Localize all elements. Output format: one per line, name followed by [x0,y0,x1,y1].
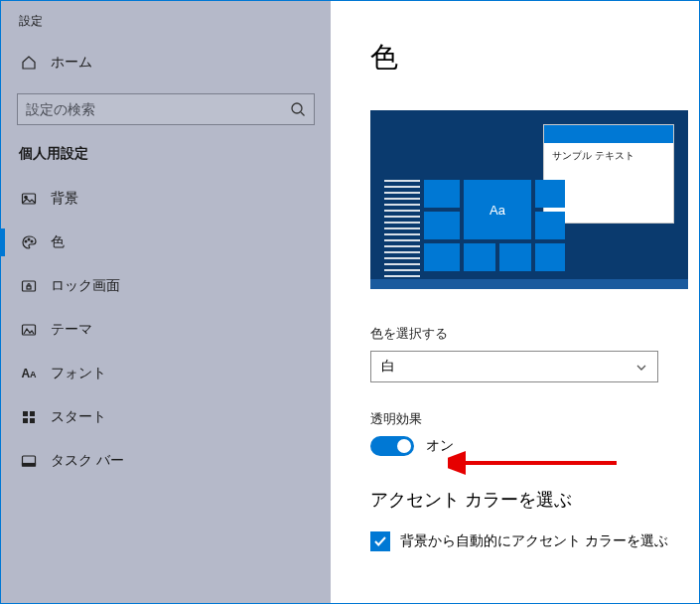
sidebar-item-2[interactable]: ロック画面 [1,264,331,308]
sidebar-item-label: 背景 [51,190,78,208]
preview-start-panel: Aa [384,180,563,289]
sidebar-item-label: スタート [51,408,106,426]
auto-accent-checkbox[interactable] [370,531,390,551]
theme-icon [21,322,37,338]
sidebar-item-1[interactable]: 色 [1,221,331,264]
color-mode-label: 色を選択する [370,325,671,343]
preview-sample-text: サンプル テキスト [544,143,673,169]
sidebar-item-4[interactable]: AAフォント [1,352,331,395]
search-box[interactable] [17,93,315,125]
svg-point-4 [28,238,30,240]
page-title: 色 [370,39,671,76]
lockscreen-icon [21,278,37,294]
search-icon [290,101,306,117]
font-icon: AA [21,366,37,381]
transparency-value: オン [426,437,454,455]
nav-list: 背景色ロック画面テーマAAフォントスタートタスク バー [1,177,331,483]
svg-rect-9 [23,411,28,416]
home-nav[interactable]: ホーム [1,42,331,83]
image-icon [21,191,37,207]
home-icon [21,55,37,71]
auto-accent-label: 背景から自動的にアクセント カラーを選ぶ [400,532,668,550]
sidebar-item-label: 色 [51,233,65,251]
sidebar-item-0[interactable]: 背景 [1,177,331,221]
svg-rect-14 [23,464,36,467]
taskbar-icon [21,453,37,469]
transparency-label: 透明効果 [370,410,671,428]
search-input[interactable] [26,101,290,117]
transparency-toggle[interactable] [370,436,414,456]
sidebar-item-label: タスク バー [51,452,124,470]
sidebar-item-label: テーマ [51,321,92,339]
preview-start-tiles: Aa [424,180,563,289]
chevron-down-icon [635,361,647,373]
main-panel: 色 サンプル テキスト Aa 色を選択する 白 透明効果 オン [331,1,699,603]
sidebar-item-6[interactable]: タスク バー [1,439,331,483]
sidebar: 設定 ホーム 個人用設定 背景色ロック画面テーマAAフォントスタートタスク バー [1,1,331,603]
preview-window-titlebar [544,125,673,143]
preview-taskbar [370,279,688,289]
svg-rect-1 [23,194,36,204]
auto-accent-row[interactable]: 背景から自動的にアクセント カラーを選ぶ [370,531,671,551]
svg-point-3 [25,240,27,242]
color-mode-dropdown[interactable]: 白 [370,351,658,382]
category-label: 個人用設定 [1,125,331,177]
svg-rect-7 [27,286,31,289]
accent-heading: アクセント カラーを選ぶ [370,488,671,512]
svg-rect-10 [30,411,35,416]
svg-rect-12 [30,418,35,423]
window-title: 設定 [1,13,331,42]
sidebar-item-label: フォント [51,365,106,382]
sidebar-item-5[interactable]: スタート [1,395,331,439]
start-icon [21,409,37,425]
sidebar-item-3[interactable]: テーマ [1,308,331,352]
preview-tile-large: Aa [464,180,531,239]
preview-start-list [384,180,420,289]
desktop-preview: サンプル テキスト Aa [370,110,688,289]
svg-point-0 [292,103,302,113]
sidebar-item-label: ロック画面 [51,277,120,295]
svg-rect-11 [23,418,28,423]
svg-point-5 [31,240,33,242]
color-mode-value: 白 [381,358,395,376]
palette-icon [21,234,37,250]
home-label: ホーム [51,54,92,72]
